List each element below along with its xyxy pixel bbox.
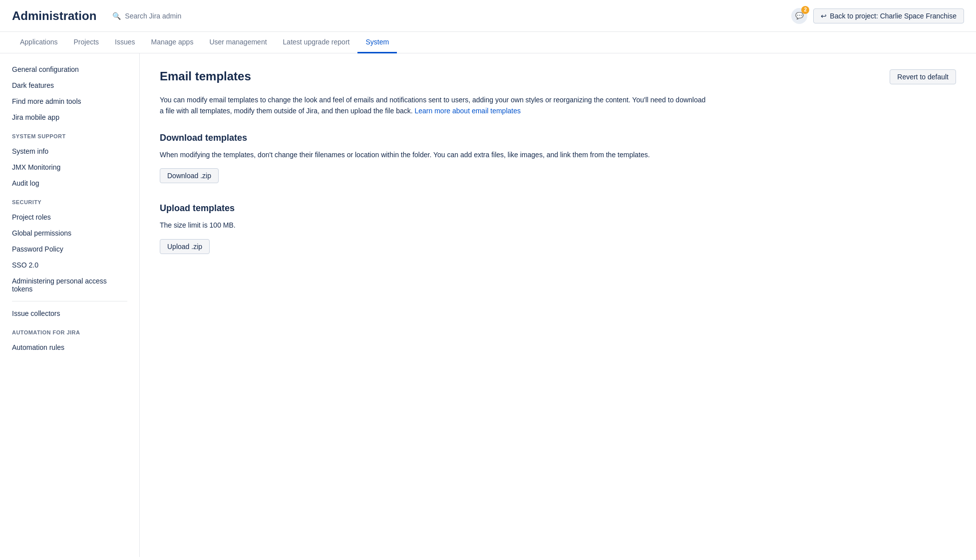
back-arrow-icon: ↩: [821, 12, 827, 20]
sidebar-item-general-configuration[interactable]: General configuration: [0, 61, 139, 77]
search-bar[interactable]: 🔍 Search Jira admin: [112, 12, 791, 20]
sidebar-item-jira-mobile-app[interactable]: Jira mobile app: [0, 109, 139, 125]
sidebar-item-system-info[interactable]: System info: [0, 143, 139, 159]
tab-user-management[interactable]: User management: [201, 32, 275, 53]
tab-system[interactable]: System: [357, 32, 397, 53]
sidebar: General configuration Dark features Find…: [0, 53, 140, 557]
back-to-project-button[interactable]: ↩ Back to project: Charlie Space Franchi…: [813, 8, 964, 23]
tab-issues[interactable]: Issues: [107, 32, 143, 53]
sidebar-section-automation-for-jira: AUTOMATION FOR JIRA: [0, 321, 139, 339]
download-section: Download templates When modifying the te…: [160, 133, 956, 183]
tab-applications[interactable]: Applications: [12, 32, 66, 53]
sidebar-section-security: SECURITY: [0, 191, 139, 209]
sidebar-item-automation-rules[interactable]: Automation rules: [0, 339, 139, 355]
header-right: 💬 2 ↩ Back to project: Charlie Space Fra…: [791, 8, 964, 24]
sidebar-item-password-policy[interactable]: Password Policy: [0, 241, 139, 257]
main-content: Email templates Revert to default You ca…: [140, 53, 976, 557]
download-zip-button[interactable]: Download .zip: [160, 168, 219, 183]
sidebar-item-dark-features[interactable]: Dark features: [0, 77, 139, 93]
sidebar-item-administering-personal-access-tokens[interactable]: Administering personal access tokens: [0, 273, 139, 297]
tab-latest-upgrade-report[interactable]: Latest upgrade report: [275, 32, 358, 53]
revert-to-default-button[interactable]: Revert to default: [890, 69, 956, 84]
page-description: You can modify email templates to change…: [160, 94, 709, 117]
sidebar-item-jmx-monitoring[interactable]: JMX Monitoring: [0, 159, 139, 175]
header: Administration 🔍 Search Jira admin 💬 2 ↩…: [0, 0, 976, 32]
search-placeholder-text: Search Jira admin: [125, 12, 181, 20]
sidebar-item-issue-collectors[interactable]: Issue collectors: [0, 305, 139, 321]
sidebar-item-find-more-admin-tools[interactable]: Find more admin tools: [0, 93, 139, 109]
download-section-description: When modifying the templates, don't chan…: [160, 149, 709, 160]
layout: General configuration Dark features Find…: [0, 53, 976, 557]
back-to-project-label: Back to project: Charlie Space Franchise: [830, 12, 957, 20]
tab-projects[interactable]: Projects: [66, 32, 107, 53]
download-section-title: Download templates: [160, 133, 956, 143]
sidebar-item-sso-2[interactable]: SSO 2.0: [0, 257, 139, 273]
page-header: Email templates Revert to default: [160, 69, 956, 84]
notification-badge: 2: [801, 6, 809, 14]
sidebar-section-system-support: SYSTEM SUPPORT: [0, 125, 139, 143]
sidebar-item-global-permissions[interactable]: Global permissions: [0, 225, 139, 241]
tab-manage-apps[interactable]: Manage apps: [143, 32, 202, 53]
app-title: Administration: [12, 9, 96, 23]
sidebar-divider: [12, 301, 127, 301]
sidebar-item-audit-log[interactable]: Audit log: [0, 175, 139, 191]
upload-section-title: Upload templates: [160, 203, 956, 214]
page-title: Email templates: [160, 69, 251, 83]
learn-more-link[interactable]: Learn more about email templates: [415, 107, 521, 115]
upload-section-description: The size limit is 100 MB.: [160, 220, 709, 231]
notification-button[interactable]: 💬 2: [791, 8, 807, 24]
search-icon: 🔍: [112, 12, 121, 20]
upload-zip-button[interactable]: Upload .zip: [160, 239, 210, 254]
upload-section: Upload templates The size limit is 100 M…: [160, 203, 956, 254]
sidebar-item-project-roles[interactable]: Project roles: [0, 209, 139, 225]
nav-tabs: Applications Projects Issues Manage apps…: [0, 32, 976, 53]
